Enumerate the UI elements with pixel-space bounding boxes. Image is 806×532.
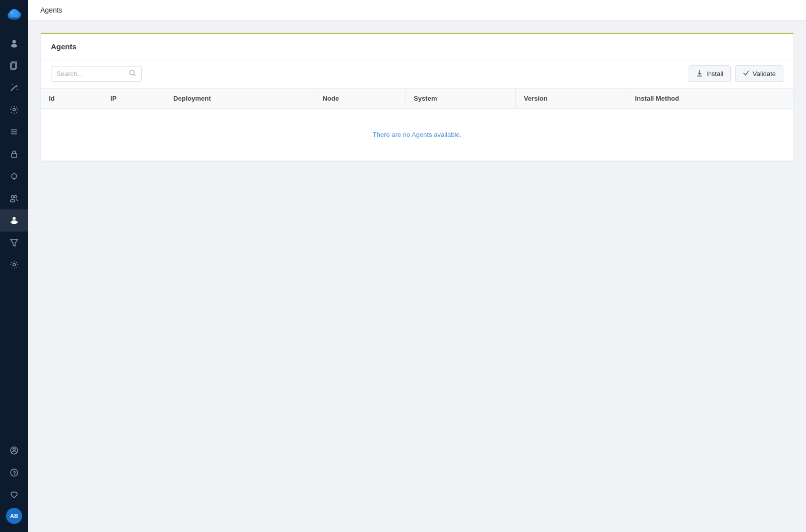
- col-node: Node: [314, 89, 406, 109]
- svg-line-9: [11, 86, 16, 91]
- gear-icon: [10, 260, 19, 269]
- table-header-row: Id IP Deployment Node System Version Ins…: [41, 89, 793, 109]
- content-area: Agents Install: [28, 21, 806, 532]
- svg-point-29: [13, 264, 16, 266]
- svg-point-23: [11, 200, 15, 202]
- svg-point-18: [12, 174, 17, 179]
- table-header: Id IP Deployment Node System Version Ins…: [41, 89, 793, 109]
- svg-rect-25: [12, 220, 17, 224]
- sidebar-item-health[interactable]: [0, 484, 28, 506]
- empty-row: There are no Agents available.: [41, 109, 793, 161]
- main-content: Agents Agents Install: [28, 0, 806, 532]
- svg-point-12: [17, 89, 18, 90]
- profile-icon: [10, 446, 19, 455]
- sidebar-navigation: [0, 30, 28, 439]
- svg-point-3: [10, 9, 19, 17]
- search-box[interactable]: [51, 66, 142, 82]
- sidebar-item-magic[interactable]: [0, 77, 28, 99]
- toolbar-buttons: Install Validate: [689, 65, 783, 82]
- svg-line-35: [134, 74, 136, 77]
- install-label: Install: [706, 70, 723, 78]
- filter-icon: [10, 238, 19, 247]
- user-avatar[interactable]: AB: [6, 508, 22, 524]
- avatar-initials: AB: [10, 513, 18, 519]
- checkmark-icon: [743, 69, 750, 78]
- sidebar-item-filter[interactable]: [0, 232, 28, 254]
- col-ip: IP: [102, 89, 165, 109]
- svg-point-5: [13, 40, 16, 44]
- empty-message: There are no Agents available.: [41, 109, 793, 161]
- validate-button[interactable]: Validate: [735, 65, 783, 82]
- person-icon: [10, 39, 19, 48]
- svg-marker-10: [16, 85, 18, 87]
- wand-icon: [10, 83, 19, 92]
- col-deployment: Deployment: [165, 89, 314, 109]
- svg-point-21: [12, 196, 14, 198]
- sidebar-bottom: ? AB: [0, 439, 28, 532]
- col-id: Id: [41, 89, 102, 109]
- col-install-method: Install Method: [627, 89, 793, 109]
- sidebar-item-settings[interactable]: [0, 99, 28, 121]
- sidebar-item-dashboard[interactable]: [0, 32, 28, 54]
- sidebar-item-copy[interactable]: [0, 54, 28, 77]
- agents-table: Id IP Deployment Node System Version Ins…: [41, 89, 793, 161]
- copy-icon: [10, 61, 19, 70]
- download-icon: [696, 69, 703, 78]
- cloud-logo-icon: [5, 5, 23, 23]
- svg-point-24: [13, 217, 16, 220]
- sidebar-item-lock[interactable]: [0, 143, 28, 165]
- svg-text:?: ?: [13, 471, 16, 476]
- no-agents-message: There are no Agents available.: [49, 115, 785, 155]
- card-title: Agents: [41, 34, 793, 59]
- sidebar-item-users[interactable]: [0, 187, 28, 209]
- settings-icon: [10, 105, 19, 114]
- sidebar-item-list[interactable]: [0, 121, 28, 143]
- svg-point-6: [11, 44, 17, 48]
- search-input[interactable]: [56, 70, 127, 78]
- sidebar-item-gear[interactable]: [0, 254, 28, 276]
- col-version: Version: [515, 89, 627, 109]
- page-title: Agents: [40, 6, 62, 14]
- sidebar: ? AB: [0, 0, 28, 532]
- install-button[interactable]: Install: [689, 65, 731, 82]
- svg-point-11: [12, 84, 13, 85]
- svg-point-34: [130, 70, 135, 75]
- card-toolbar: Install Validate: [41, 59, 793, 89]
- svg-rect-26: [11, 221, 12, 223]
- lock-icon: [10, 149, 19, 159]
- svg-marker-28: [11, 240, 18, 246]
- page-header: Agents: [28, 0, 806, 21]
- sidebar-item-agents[interactable]: [0, 209, 28, 232]
- table-body: There are no Agents available.: [41, 109, 793, 161]
- svg-rect-27: [17, 221, 18, 223]
- sidebar-item-plugin[interactable]: [0, 165, 28, 187]
- users-icon: [10, 194, 19, 203]
- svg-rect-17: [12, 154, 17, 158]
- svg-point-31: [13, 448, 16, 451]
- list-icon: [10, 127, 19, 136]
- svg-point-13: [13, 109, 16, 111]
- agent-icon: [10, 216, 19, 225]
- agents-card: Agents Install: [40, 33, 794, 162]
- help-icon: ?: [10, 468, 19, 477]
- search-icon: [129, 69, 136, 78]
- validate-label: Validate: [753, 70, 776, 78]
- sidebar-logo[interactable]: [0, 0, 28, 28]
- svg-point-22: [15, 196, 17, 198]
- svg-point-4: [12, 12, 14, 14]
- sidebar-item-help[interactable]: ?: [0, 462, 28, 484]
- health-icon: [10, 490, 19, 499]
- col-system: System: [406, 89, 516, 109]
- sidebar-item-profile[interactable]: [0, 439, 28, 462]
- agents-table-wrapper: Id IP Deployment Node System Version Ins…: [41, 89, 793, 161]
- plugin-icon: [10, 172, 19, 181]
